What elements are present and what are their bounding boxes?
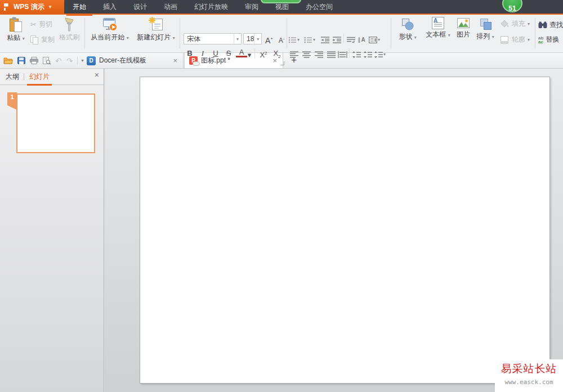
- format-painter-button[interactable]: 格式刷: [56, 17, 82, 42]
- play-slideshow-icon: [87, 17, 133, 32]
- slide-thumbnail[interactable]: [16, 93, 95, 153]
- replace-icon: ab ac: [538, 36, 543, 44]
- subscript-button[interactable]: X2: [271, 48, 283, 59]
- font-color-caret[interactable]: ▾: [247, 50, 252, 60]
- quick-access-toolbar: ↶ ↷ ▾: [3, 53, 83, 68]
- slide-number-flag: 1: [7, 92, 17, 110]
- chevron-down-icon: ▾: [234, 34, 241, 44]
- italic-button[interactable]: I: [197, 48, 208, 59]
- shrink-font-button[interactable]: A-: [276, 33, 287, 44]
- print-button[interactable]: [30, 57, 38, 64]
- align-left-button[interactable]: [288, 50, 300, 59]
- justify-button[interactable]: [325, 50, 337, 59]
- font-dialog-launcher[interactable]: [280, 61, 284, 65]
- outline-button[interactable]: 轮廓 ▾: [500, 35, 530, 44]
- group-separator: [391, 18, 391, 49]
- tab-office-space[interactable]: 办公空间: [297, 0, 341, 15]
- separator: [343, 34, 344, 43]
- panel-tab-strip: 大纲 幻灯片 ×: [0, 69, 104, 85]
- doc-tab-docer[interactable]: Docer-在线模板 ×: [82, 53, 184, 68]
- paragraph-spacing-button[interactable]: [362, 50, 373, 59]
- tab-design[interactable]: 设计: [125, 0, 155, 15]
- update-count-badge[interactable]: 51: [502, 0, 522, 12]
- bullet-list-button[interactable]: ▾: [288, 35, 300, 44]
- wps-logo-icon: [4, 3, 10, 11]
- docer-icon: [87, 56, 96, 65]
- font-size-select[interactable]: 18 ▾: [243, 33, 262, 44]
- cut-button[interactable]: ✂ 剪切: [30, 20, 52, 29]
- paragraph-wrap-button[interactable]: [345, 35, 356, 44]
- promo-pill[interactable]: [261, 0, 301, 3]
- tab-animation[interactable]: 动画: [155, 0, 186, 15]
- undo-button[interactable]: ↶: [55, 56, 62, 65]
- tab-slideshow[interactable]: 幻灯片放映: [186, 0, 236, 15]
- decrease-indent-button[interactable]: [319, 35, 330, 44]
- tab-outline[interactable]: 大纲: [6, 69, 19, 84]
- vertical-text-button[interactable]: ∥A: [356, 35, 367, 44]
- tab-home[interactable]: 开始: [64, 0, 95, 15]
- watermark-url: www.easck.com: [495, 378, 563, 386]
- find-button[interactable]: 查找: [538, 20, 563, 30]
- close-icon[interactable]: ×: [172, 56, 178, 65]
- picture-icon: [454, 17, 473, 29]
- group-separator: [180, 18, 180, 49]
- font-color-button[interactable]: A: [236, 48, 247, 57]
- paste-button[interactable]: 粘贴 ▾: [3, 17, 28, 43]
- spacing-options-button[interactable]: ▾: [372, 50, 388, 59]
- format-painter-icon: [56, 17, 82, 32]
- tab-slides[interactable]: 幻灯片: [29, 69, 50, 84]
- save-button[interactable]: [17, 57, 25, 64]
- group-separator: [287, 18, 287, 49]
- separator: [254, 48, 255, 58]
- ribbon-home: 粘贴 ▾ ✂ 剪切 复制 格式刷: [0, 15, 563, 53]
- textbox-icon: [423, 17, 453, 29]
- distribute-text-button[interactable]: [337, 50, 348, 59]
- align-center-button[interactable]: [301, 50, 312, 59]
- editing-canvas: [105, 69, 563, 392]
- arrange-icon: [473, 17, 498, 31]
- tab-insert[interactable]: 插入: [95, 0, 125, 15]
- arrange-button[interactable]: 排列 ▾: [473, 17, 498, 41]
- line-spacing-button[interactable]: [351, 50, 362, 59]
- shapes-icon: [394, 17, 421, 32]
- slide-panel: 大纲 幻灯片 × 1: [0, 69, 104, 392]
- watermark: 易采站长站 www.easck.com: [495, 359, 563, 392]
- numbered-list-button[interactable]: ▾: [304, 35, 315, 44]
- replace-button[interactable]: ab ac 替换: [538, 35, 559, 44]
- align-right-button[interactable]: [313, 50, 324, 59]
- chevron-down-icon: ▾: [127, 35, 129, 41]
- print-preview-button[interactable]: [43, 57, 51, 65]
- textbox-button[interactable]: 文本框 ▾: [423, 17, 453, 39]
- chevron-down-icon: ▾: [49, 4, 52, 10]
- grow-font-button[interactable]: A+: [263, 33, 275, 44]
- open-folder-button[interactable]: [3, 57, 13, 64]
- group-separator: [84, 18, 85, 49]
- paste-icon: [3, 17, 28, 33]
- redo-button[interactable]: ↷: [66, 56, 73, 65]
- close-icon[interactable]: ×: [95, 70, 99, 79]
- divider: [24, 73, 24, 81]
- wps-presentation-window: WPS 演示 ▾ 开始 插入 设计 动画 幻灯片放映 审阅 视图 办公空间 51: [0, 0, 563, 392]
- text-direction-button[interactable]: ▾: [367, 35, 382, 44]
- superscript-button[interactable]: X2: [258, 48, 269, 59]
- copy-icon: [30, 35, 39, 44]
- bold-button[interactable]: B: [184, 48, 195, 59]
- slide-editing-area[interactable]: [140, 77, 550, 384]
- new-slide-button[interactable]: 新建幻灯片 ▾: [134, 17, 178, 42]
- watermark-site-name: 易采站长站: [495, 362, 563, 376]
- wps-app-menu-button[interactable]: WPS 演示 ▾: [0, 0, 64, 14]
- strikethrough-button[interactable]: S: [223, 48, 234, 59]
- picture-button[interactable]: 图片: [454, 17, 473, 39]
- increase-indent-button[interactable]: [331, 35, 342, 44]
- chevron-down-icon: ▾: [23, 36, 25, 41]
- chevron-down-icon: ▾: [173, 35, 175, 41]
- separator: [349, 48, 350, 58]
- start-from-current-button[interactable]: 从当前开始 ▾: [87, 17, 133, 42]
- chevron-down-icon: ▾: [254, 34, 261, 44]
- copy-button[interactable]: 复制: [30, 35, 55, 44]
- underline-button[interactable]: U: [210, 48, 221, 59]
- titlebar: WPS 演示 ▾ 开始 插入 设计 动画 幻灯片放映 审阅 视图 办公空间 51: [0, 0, 563, 15]
- font-name-select[interactable]: 宋体 ▾: [184, 33, 242, 44]
- shapes-button[interactable]: 形状 ▾: [394, 17, 421, 42]
- fill-button[interactable]: 填充 ▾: [500, 19, 530, 29]
